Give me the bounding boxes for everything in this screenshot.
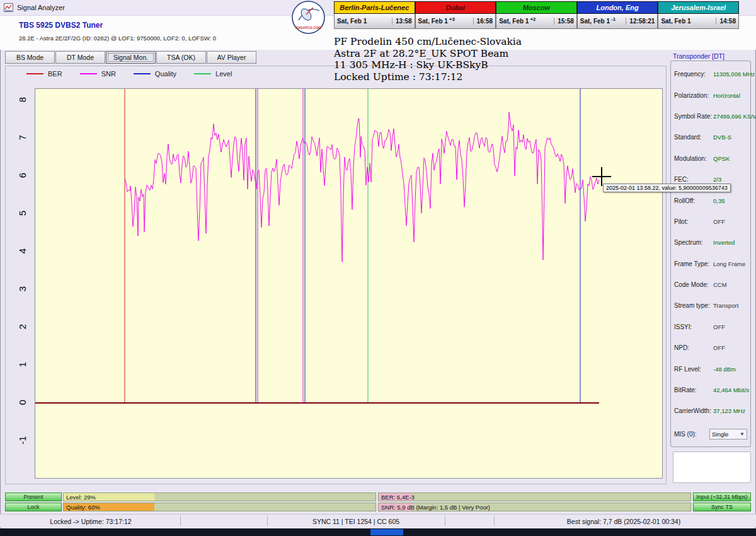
status-sync-counters: SYNC 11 | TEI 1254 | CC 605	[268, 516, 444, 527]
tp-row-carrier-width: CarrierWidth:37,123 MHz	[671, 400, 750, 421]
ber-progress-label: BER: 6,4E-3	[381, 494, 415, 501]
tp-row-symbol-rate: Symbol Rate:27499,696 KS/s	[671, 106, 750, 127]
tp-row-stream-type: Stream type:Transport	[671, 295, 750, 316]
annotation-line: Astra 2F at 28.2°E_UK SPOT Beam	[334, 48, 522, 60]
sync-ts-badge: Sync TS	[693, 503, 751, 511]
tp-row-standard: Standard:DVB-S	[671, 127, 750, 148]
level-progress-label: Level: 29%	[66, 494, 96, 501]
clock-time: 13:58	[392, 18, 412, 25]
clock-time: 12:58:21	[626, 18, 655, 25]
tuner-title: TBS 5925 DVBS2 Tuner	[19, 21, 103, 30]
tp-row-code-mode: Code Mode:CCM	[671, 274, 750, 295]
snr-trace	[125, 112, 599, 262]
clock-city-label: Dubai	[415, 1, 496, 14]
lock-badge: Lock	[5, 503, 62, 511]
snr-progress-label: SNR: 5,9 dB (Margin: 1,5 dB | Very Poor)	[381, 504, 490, 511]
mis-dropdown[interactable]: Single ▼	[709, 429, 747, 440]
tp-row-spectrum: Spectrum:Inverted	[671, 232, 750, 253]
clock-london: London, Eng Sat, Feb 1-112:58:21	[577, 1, 658, 30]
clock-date: Sat, Feb 1	[580, 18, 610, 25]
status-best-signal: Best signal: 7,7 dB (2025-02-01 00:34)	[495, 516, 752, 527]
signal-plot-svg	[35, 89, 662, 478]
transponder-panel: Frequency:11305,006 MHz Polarization:Hor…	[670, 61, 751, 447]
ber-legend-swatch	[26, 73, 43, 74]
quality-progress-bar: Quality: 60%	[63, 503, 376, 511]
tab-tsa[interactable]: TSA (OK)	[156, 51, 206, 64]
data-point-tooltip: 2025-02-01 13.58.22, value: 5,9000000953…	[603, 184, 731, 192]
tab-bs-mode[interactable]: BS Mode	[5, 51, 55, 64]
tp-row-modulation: Modulation:QPSK	[671, 148, 750, 169]
clock-date: Sat, Feb 1	[337, 18, 367, 25]
empty-info-box	[673, 452, 751, 483]
annotation-line: Locked Uptime : 73:17:12	[334, 71, 522, 83]
clock-date: Sat, Feb 1	[418, 18, 448, 25]
clock-dubai: Dubai Sat, Feb 1+316:58	[415, 1, 496, 30]
tuner-subtitle: 28.2E - Astra 2E/2F/2G (ID: 0282) @ LOF1…	[19, 35, 216, 42]
mis-selected-value: Single	[712, 431, 728, 438]
clock-city-label: London, Eng	[577, 1, 658, 14]
clock-jerusalem: Jerusalem-Israel Sat, Feb 114:58	[658, 1, 739, 30]
svg-text:DXSATCS.COM: DXSATCS.COM	[295, 26, 321, 30]
present-badge: Present	[5, 492, 62, 501]
tp-row-mis: MIS (0): Single ▼	[671, 426, 750, 443]
chevron-down-icon: ▼	[740, 431, 745, 437]
tp-row-rolloff: RollOff:0,35	[671, 190, 750, 211]
clock-berlin: Berlin-Paris-Lučenec Sat, Feb 113:58	[334, 1, 415, 30]
status-bar: Locked -> Uptime: 73:17:12 SYNC 11 | TEI…	[0, 514, 756, 527]
tp-row-polarization: Polarization:Horizontal	[671, 84, 750, 105]
quality-legend-swatch	[134, 73, 151, 74]
crosshair-icon	[601, 167, 602, 186]
clock-city-label: Berlin-Paris-Lučenec	[334, 1, 415, 14]
snr-legend-swatch	[80, 73, 97, 74]
annotation-line: 11 305 MHz-H : Sky UK-BSkyB	[334, 59, 522, 71]
clock-moscow: Moscow Sat, Feb 1+215:58	[496, 1, 577, 30]
tp-row-frame-type: Frame Type:Long Frame	[671, 253, 750, 274]
tp-row-rf-level: RF Level:-48 dBm	[671, 358, 750, 379]
tp-row-bitrate: BitRate:42,464 Mbit/s	[671, 380, 750, 400]
clock-date: Sat, Feb 1	[661, 18, 690, 25]
world-clocks: Berlin-Paris-Lučenec Sat, Feb 113:58 Dub…	[334, 1, 739, 30]
tp-row-npd: NPD:OFF	[671, 337, 750, 358]
signal-plot-area[interactable]	[35, 88, 663, 479]
app-icon	[4, 3, 13, 12]
window-title: Signal Analyzer	[17, 4, 65, 11]
clock-city-label: Moscow	[496, 1, 577, 14]
ber-progress-bar: BER: 6,4E-3	[378, 492, 691, 501]
clock-date: Sat, Feb 1	[499, 18, 529, 25]
chart-legend: BER SNR Quality Level	[26, 70, 249, 78]
tab-signal-mon[interactable]: Signal Mon.	[106, 51, 156, 64]
annotation-block: PF Prodelin 450 cm/Lučenec-Slovakia Astr…	[334, 36, 522, 83]
level-progress-bar: Level: 29%	[63, 492, 376, 501]
clock-time: 16:58	[473, 18, 493, 25]
transponder-panel-title: Transponder [DT]	[673, 52, 724, 60]
tp-row-pilot: Pilot:OFF	[671, 211, 750, 232]
tp-row-frequency: Frequency:11305,006 MHz	[671, 64, 750, 84]
clock-utc-offset: +2	[530, 16, 536, 22]
legend-label-ber: BER	[48, 70, 62, 78]
snr-progress-bar: SNR: 5,9 dB (Margin: 1,5 dB | Very Poor)	[378, 503, 691, 511]
status-lock-uptime: Locked -> Uptime: 73:17:12	[3, 516, 179, 527]
taskbar-app-icon[interactable]	[370, 529, 403, 535]
clock-time: 15:58	[554, 18, 574, 25]
tp-row-issyi: ISSYI:OFF	[671, 317, 750, 337]
legend-label-quality: Quality	[155, 70, 176, 78]
quality-progress-label: Quality: 60%	[66, 504, 100, 511]
tab-dt-mode[interactable]: DT Mode	[55, 51, 105, 64]
level-legend-swatch	[194, 73, 211, 74]
mis-label: MIS (0):	[674, 431, 697, 438]
annotation-line: PF Prodelin 450 cm/Lučenec-Slovakia	[334, 36, 522, 48]
clock-city-label: Jerusalem-Israel	[658, 1, 739, 14]
tab-av-player[interactable]: AV Player	[207, 51, 256, 64]
input-rate-badge: Input (~32,31 Mbps)	[693, 492, 751, 501]
clock-time: 14:58	[716, 18, 736, 25]
dxsatcs-logo: DXSATCS.COM	[291, 0, 326, 35]
clock-utc-offset: +3	[449, 16, 455, 22]
clock-utc-offset: -1	[611, 16, 616, 22]
legend-label-snr: SNR	[101, 70, 116, 78]
legend-label-level: Level	[215, 70, 232, 78]
